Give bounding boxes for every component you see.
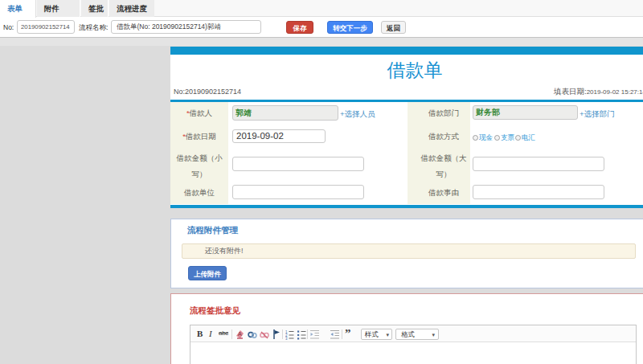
svg-text:A: A	[238, 331, 242, 337]
svg-text:3: 3	[285, 337, 288, 340]
